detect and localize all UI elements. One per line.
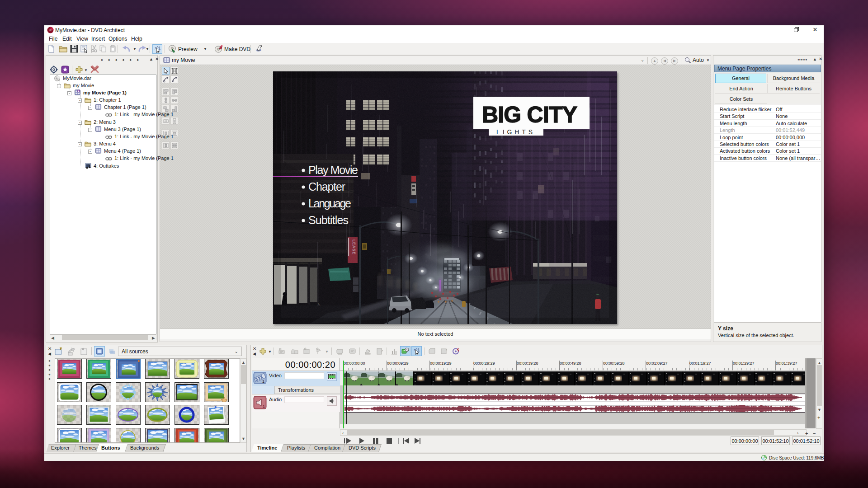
- svg-text:1: 1: [263, 404, 265, 409]
- svg-text:LIGHTS: LIGHTS: [496, 128, 536, 136]
- svg-text:1: 1: [262, 379, 264, 384]
- svg-text:BIG CITY: BIG CITY: [482, 102, 579, 127]
- svg-text:Subtitles: Subtitles: [308, 214, 349, 226]
- svg-text:Chapter: Chapter: [308, 180, 345, 193]
- svg-text:Language: Language: [308, 197, 351, 210]
- svg-text:Play Movie: Play Movie: [308, 164, 358, 176]
